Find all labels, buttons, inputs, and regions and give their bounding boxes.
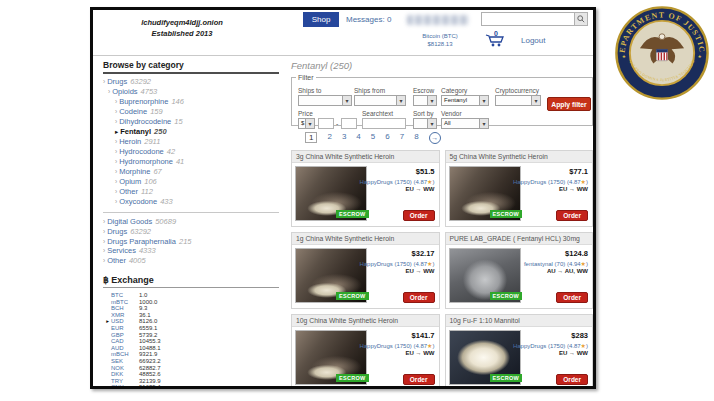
root-category-item[interactable]: ›Drugs Paraphernalia215 <box>103 237 205 247</box>
category-link[interactable]: Drugs <box>107 227 127 236</box>
category-item[interactable]: ›Morphine67 <box>103 167 287 177</box>
vendor-link[interactable]: HappyDrugs (1750) (4.87★) <box>513 178 588 185</box>
currency-code-link[interactable]: EUR <box>111 325 139 332</box>
ships-from-select[interactable]: ▾ <box>354 95 406 106</box>
currency-code-link[interactable]: DKK <box>111 371 139 378</box>
order-button[interactable]: Order <box>403 374 435 385</box>
category-link[interactable]: Codeine <box>119 107 147 116</box>
sort-by-select[interactable]: ▾ <box>413 118 437 129</box>
currency-code-link[interactable]: CAD <box>111 338 139 345</box>
currency-code-link[interactable]: mBTC <box>111 299 139 306</box>
order-button[interactable]: Order <box>556 210 588 221</box>
category-link[interactable]: Oxycodone <box>119 197 157 206</box>
currency-code-link[interactable]: NOK <box>111 365 139 372</box>
currency-select[interactable]: $▾ <box>298 118 315 129</box>
currency-code-link[interactable]: mBCH <box>111 351 139 358</box>
vendor-link[interactable]: HappyDrugs (1750) (4.87★) <box>359 178 434 185</box>
category-item[interactable]: ›Hydrocodone42 <box>103 147 287 157</box>
next-page-button[interactable]: → <box>429 132 441 144</box>
category-link[interactable]: Digital Goods <box>107 217 152 226</box>
category-link[interactable]: Heroin <box>119 137 141 146</box>
order-button[interactable]: Order <box>556 374 588 385</box>
currency-code-link[interactable]: TRY <box>111 378 139 385</box>
category-item[interactable]: ›Codeine159 <box>103 107 287 117</box>
category-link[interactable]: Morphine <box>119 167 150 176</box>
cryptocurrency-select[interactable]: ▾ <box>495 95 541 106</box>
order-button[interactable]: Order <box>403 210 435 221</box>
product-title[interactable]: PURE LAB_GRADE ( Fentanyl HCL) 30mg <box>446 233 593 245</box>
root-category-item[interactable]: ›Other4005 <box>103 256 205 266</box>
escrow-select[interactable]: ▾ <box>413 95 437 106</box>
page-number-link[interactable]: 2 <box>327 132 331 143</box>
logout-link[interactable]: Logout <box>521 36 545 45</box>
currency-code-link[interactable]: GBP <box>111 332 139 339</box>
currency-code-link[interactable]: CNY <box>111 384 139 389</box>
category-link[interactable]: Other <box>107 256 126 265</box>
ships-to-select[interactable]: ▾ <box>298 95 352 106</box>
filter-panel: Filter Ships to ▾ Ships from ▾ Escrow ▾ … <box>291 74 593 126</box>
searchtext-input[interactable] <box>362 118 406 129</box>
currency-code-link[interactable]: BTC <box>111 292 139 299</box>
order-button[interactable]: Order <box>556 292 588 303</box>
vendor-link[interactable]: HappyDrugs (1750) (4.87★) <box>359 260 434 267</box>
category-item[interactable]: ›Opioids4753 <box>103 87 287 97</box>
product-title[interactable]: 5g China White Synthetic Heroin <box>446 151 593 163</box>
page-number-link[interactable]: 3 <box>342 132 346 143</box>
category-link[interactable]: Opium <box>119 177 141 186</box>
category-item[interactable]: ›Hydromorphone41 <box>103 157 287 167</box>
category-link[interactable]: Opioids <box>112 87 137 96</box>
page-number-link[interactable]: 4 <box>356 132 360 143</box>
page-number-link[interactable]: 7 <box>400 132 404 143</box>
category-select[interactable]: Fentanyl▾ <box>441 95 489 106</box>
currency-code-link[interactable]: BCH <box>111 305 139 312</box>
page-number-link[interactable]: 5 <box>371 132 375 143</box>
vendor-link[interactable]: fentastynal (70) (4.94★) <box>524 260 588 267</box>
apply-filter-button[interactable]: Apply filter <box>547 97 591 111</box>
category-link[interactable]: Services <box>107 246 136 255</box>
category-link[interactable]: Other <box>119 187 138 196</box>
page-number-link[interactable]: 6 <box>385 132 389 143</box>
category-link[interactable]: Hydrocodone <box>119 147 164 156</box>
category-link[interactable]: Fentanyl <box>120 127 151 136</box>
vendor-select[interactable]: All▾ <box>441 118 489 129</box>
category-item[interactable]: ›Drugs63292 <box>103 77 287 87</box>
category-item[interactable]: ›Opium106 <box>103 177 287 187</box>
currency-rate-value: 48852.6 <box>139 371 161 377</box>
category-item[interactable]: ›Buprenorphine146 <box>103 97 287 107</box>
category-link[interactable]: Drugs Paraphernalia <box>107 237 176 246</box>
category-link[interactable]: Drugs <box>107 77 127 86</box>
messages-link[interactable]: Messages: 0 <box>346 15 391 24</box>
category-item[interactable]: ›Heroin2911 <box>103 137 287 147</box>
product-title[interactable]: 10g Fu-F 1:10 Mannitol <box>446 315 593 327</box>
category-link[interactable]: Hydromorphone <box>119 157 173 166</box>
product-title[interactable]: 1g China White Synthetic Heroin <box>292 233 439 245</box>
exchange-rate-row: SEK66923.2 <box>103 358 287 365</box>
escrow-label: Escrow <box>413 87 434 94</box>
order-button[interactable]: Order <box>403 292 435 303</box>
product-title[interactable]: 3g China White Synthetic Heroin <box>292 151 439 163</box>
root-category-item[interactable]: ›Drugs63292 <box>103 227 205 237</box>
category-item[interactable]: ▸Fentanyl250 <box>103 127 287 137</box>
product-title[interactable]: 10g China White Synthetic Heroin <box>292 315 439 327</box>
currency-code-link[interactable]: SEK <box>111 358 139 365</box>
vendor-link[interactable]: HappyDrugs (1750) (4.87★) <box>513 342 588 349</box>
price-max-input[interactable] <box>341 118 357 129</box>
category-item[interactable]: ›Dihydrocodeine15 <box>103 117 287 127</box>
category-item[interactable]: ›Other112 <box>103 187 287 197</box>
category-item[interactable]: ›Oxycodone433 <box>103 197 287 207</box>
search-button[interactable] <box>574 13 587 25</box>
page-number-link[interactable]: 1 <box>305 132 317 143</box>
vendor-link[interactable]: HappyDrugs (1750) (4.87★) <box>359 342 434 349</box>
search-input[interactable] <box>482 13 574 25</box>
page-number-link[interactable]: 8 <box>414 132 418 143</box>
root-category-item[interactable]: ›Digital Goods50689 <box>103 217 205 227</box>
price-min-input[interactable] <box>318 118 334 129</box>
shop-button[interactable]: Shop <box>303 12 339 27</box>
category-link[interactable]: Dihydrocodeine <box>119 117 171 126</box>
currency-code-link[interactable]: USD <box>111 318 139 325</box>
cart-button[interactable] <box>485 33 507 52</box>
category-link[interactable]: Buprenorphine <box>119 97 168 106</box>
currency-code-link[interactable]: AUD <box>111 345 139 352</box>
currency-code-link[interactable]: XMR <box>111 312 139 319</box>
root-category-item[interactable]: ›Services4333 <box>103 246 205 256</box>
